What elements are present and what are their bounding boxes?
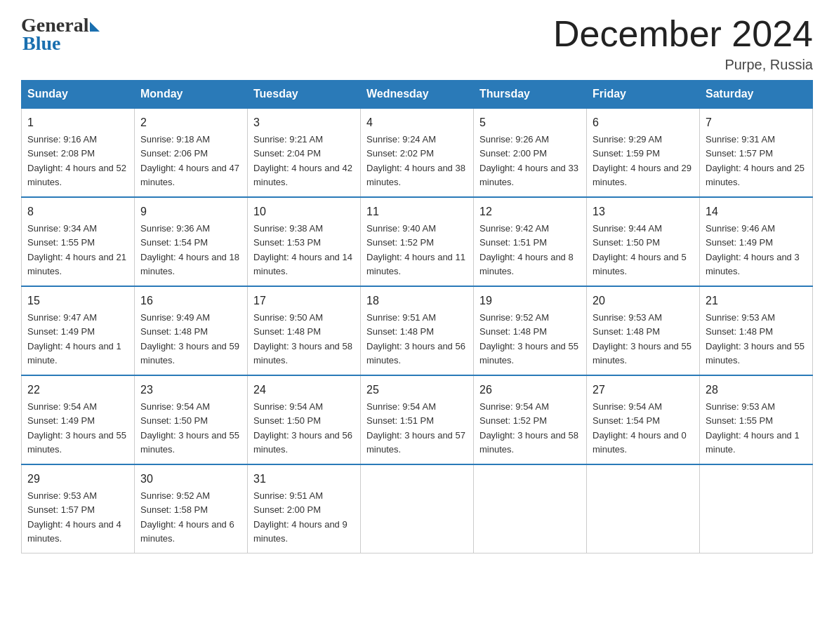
calendar-cell: [474, 464, 587, 554]
day-info: Sunrise: 9:52 AMSunset: 1:58 PMDaylight:…: [140, 490, 234, 544]
calendar-cell: 9Sunrise: 9:36 AMSunset: 1:54 PMDaylight…: [135, 197, 248, 286]
day-number: 10: [253, 203, 355, 220]
calendar-cell: 6Sunrise: 9:29 AMSunset: 1:59 PMDaylight…: [587, 108, 700, 197]
day-info: Sunrise: 9:34 AMSunset: 1:55 PMDaylight:…: [27, 223, 126, 276]
calendar-cell: 19Sunrise: 9:52 AMSunset: 1:48 PMDayligh…: [474, 286, 587, 375]
day-number: 29: [27, 471, 128, 488]
calendar-week-row: 15Sunrise: 9:47 AMSunset: 1:49 PMDayligh…: [22, 286, 813, 375]
day-info: Sunrise: 9:51 AMSunset: 2:00 PMDaylight:…: [253, 490, 348, 544]
day-info: Sunrise: 9:54 AMSunset: 1:50 PMDaylight:…: [253, 401, 352, 455]
calendar-cell: 14Sunrise: 9:46 AMSunset: 1:49 PMDayligh…: [700, 197, 813, 286]
day-number: 12: [479, 203, 581, 220]
day-number: 14: [706, 203, 807, 220]
calendar-cell: [361, 464, 474, 554]
day-number: 19: [479, 293, 581, 309]
day-number: 9: [140, 203, 241, 220]
calendar-cell: 11Sunrise: 9:40 AMSunset: 1:52 PMDayligh…: [361, 197, 474, 286]
calendar-cell: [587, 464, 700, 554]
day-number: 1: [27, 114, 128, 131]
calendar-cell: 2Sunrise: 9:18 AMSunset: 2:06 PMDaylight…: [135, 108, 248, 197]
day-info: Sunrise: 9:29 AMSunset: 1:59 PMDaylight:…: [593, 134, 691, 187]
calendar-cell: 23Sunrise: 9:54 AMSunset: 1:50 PMDayligh…: [135, 375, 248, 464]
calendar-cell: 30Sunrise: 9:52 AMSunset: 1:58 PMDayligh…: [135, 464, 248, 554]
calendar-cell: 1Sunrise: 9:16 AMSunset: 2:08 PMDaylight…: [22, 108, 135, 197]
calendar-week-row: 29Sunrise: 9:53 AMSunset: 1:57 PMDayligh…: [22, 464, 813, 554]
day-number: 17: [253, 293, 355, 309]
day-number: 23: [140, 382, 241, 398]
day-info: Sunrise: 9:47 AMSunset: 1:49 PMDaylight:…: [27, 312, 121, 365]
day-number: 28: [706, 382, 807, 398]
day-number: 22: [27, 382, 128, 398]
calendar-cell: 29Sunrise: 9:53 AMSunset: 1:57 PMDayligh…: [22, 464, 135, 554]
day-number: 7: [706, 114, 807, 131]
day-number: 26: [479, 382, 581, 398]
day-info: Sunrise: 9:38 AMSunset: 1:53 PMDaylight:…: [253, 223, 352, 276]
day-info: Sunrise: 9:51 AMSunset: 1:48 PMDaylight:…: [366, 312, 465, 365]
calendar-cell: 15Sunrise: 9:47 AMSunset: 1:49 PMDayligh…: [22, 286, 135, 375]
day-number: 16: [140, 293, 241, 309]
day-info: Sunrise: 9:52 AMSunset: 1:48 PMDaylight:…: [479, 312, 578, 365]
day-info: Sunrise: 9:54 AMSunset: 1:52 PMDaylight:…: [479, 401, 578, 455]
calendar-cell: 18Sunrise: 9:51 AMSunset: 1:48 PMDayligh…: [361, 286, 474, 375]
day-info: Sunrise: 9:53 AMSunset: 1:48 PMDaylight:…: [593, 312, 691, 365]
day-info: Sunrise: 9:46 AMSunset: 1:49 PMDaylight:…: [706, 223, 800, 276]
day-number: 25: [366, 382, 468, 398]
logo: General Blue: [21, 14, 100, 55]
calendar-col-thursday: Thursday: [474, 81, 587, 109]
title-block: December 2024 Purpe, Russia: [553, 14, 813, 73]
day-info: Sunrise: 9:40 AMSunset: 1:52 PMDaylight:…: [366, 223, 465, 276]
day-number: 15: [27, 293, 128, 309]
day-info: Sunrise: 9:49 AMSunset: 1:48 PMDaylight:…: [140, 312, 239, 365]
logo-blue-text: Blue: [22, 32, 60, 55]
calendar-col-saturday: Saturday: [700, 81, 813, 109]
calendar-col-sunday: Sunday: [22, 81, 135, 109]
page-header: General Blue December 2024 Purpe, Russia: [21, 14, 813, 73]
calendar-cell: 22Sunrise: 9:54 AMSunset: 1:49 PMDayligh…: [22, 375, 135, 464]
day-info: Sunrise: 9:54 AMSunset: 1:51 PMDaylight:…: [366, 401, 465, 455]
day-number: 5: [479, 114, 581, 131]
day-number: 3: [253, 114, 355, 131]
calendar-cell: 16Sunrise: 9:49 AMSunset: 1:48 PMDayligh…: [135, 286, 248, 375]
month-title: December 2024: [553, 14, 813, 54]
day-number: 6: [593, 114, 694, 131]
calendar-cell: 8Sunrise: 9:34 AMSunset: 1:55 PMDaylight…: [22, 197, 135, 286]
day-info: Sunrise: 9:26 AMSunset: 2:00 PMDaylight:…: [479, 134, 578, 187]
calendar-cell: 12Sunrise: 9:42 AMSunset: 1:51 PMDayligh…: [474, 197, 587, 286]
calendar-cell: 27Sunrise: 9:54 AMSunset: 1:54 PMDayligh…: [587, 375, 700, 464]
calendar-cell: 7Sunrise: 9:31 AMSunset: 1:57 PMDaylight…: [700, 108, 813, 197]
day-info: Sunrise: 9:24 AMSunset: 2:02 PMDaylight:…: [366, 134, 465, 187]
day-info: Sunrise: 9:42 AMSunset: 1:51 PMDaylight:…: [479, 223, 574, 276]
calendar-cell: 13Sunrise: 9:44 AMSunset: 1:50 PMDayligh…: [587, 197, 700, 286]
day-number: 24: [253, 382, 355, 398]
calendar-cell: 21Sunrise: 9:53 AMSunset: 1:48 PMDayligh…: [700, 286, 813, 375]
calendar-col-friday: Friday: [587, 81, 700, 109]
calendar-cell: 28Sunrise: 9:53 AMSunset: 1:55 PMDayligh…: [700, 375, 813, 464]
day-info: Sunrise: 9:54 AMSunset: 1:54 PMDaylight:…: [593, 401, 687, 455]
calendar-col-tuesday: Tuesday: [248, 81, 361, 109]
calendar-cell: 4Sunrise: 9:24 AMSunset: 2:02 PMDaylight…: [361, 108, 474, 197]
day-number: 2: [140, 114, 241, 131]
day-info: Sunrise: 9:53 AMSunset: 1:57 PMDaylight:…: [27, 490, 121, 544]
day-info: Sunrise: 9:54 AMSunset: 1:49 PMDaylight:…: [27, 401, 126, 455]
day-info: Sunrise: 9:31 AMSunset: 1:57 PMDaylight:…: [706, 134, 805, 187]
day-info: Sunrise: 9:53 AMSunset: 1:48 PMDaylight:…: [706, 312, 805, 365]
day-info: Sunrise: 9:54 AMSunset: 1:50 PMDaylight:…: [140, 401, 239, 455]
day-info: Sunrise: 9:16 AMSunset: 2:08 PMDaylight:…: [27, 134, 126, 187]
calendar-cell: 26Sunrise: 9:54 AMSunset: 1:52 PMDayligh…: [474, 375, 587, 464]
calendar-cell: 3Sunrise: 9:21 AMSunset: 2:04 PMDaylight…: [248, 108, 361, 197]
day-number: 8: [27, 203, 128, 220]
day-info: Sunrise: 9:50 AMSunset: 1:48 PMDaylight:…: [253, 312, 352, 365]
calendar-week-row: 22Sunrise: 9:54 AMSunset: 1:49 PMDayligh…: [22, 375, 813, 464]
day-info: Sunrise: 9:18 AMSunset: 2:06 PMDaylight:…: [140, 134, 239, 187]
calendar-cell: 5Sunrise: 9:26 AMSunset: 2:00 PMDaylight…: [474, 108, 587, 197]
calendar-cell: 10Sunrise: 9:38 AMSunset: 1:53 PMDayligh…: [248, 197, 361, 286]
calendar-week-row: 1Sunrise: 9:16 AMSunset: 2:08 PMDaylight…: [22, 108, 813, 197]
calendar-cell: 20Sunrise: 9:53 AMSunset: 1:48 PMDayligh…: [587, 286, 700, 375]
calendar-col-monday: Monday: [135, 81, 248, 109]
day-number: 4: [366, 114, 468, 131]
day-number: 11: [366, 203, 468, 220]
calendar-cell: 24Sunrise: 9:54 AMSunset: 1:50 PMDayligh…: [248, 375, 361, 464]
day-number: 21: [706, 293, 807, 309]
logo-arrow-icon: [90, 22, 100, 32]
location-label: Purpe, Russia: [553, 57, 813, 73]
